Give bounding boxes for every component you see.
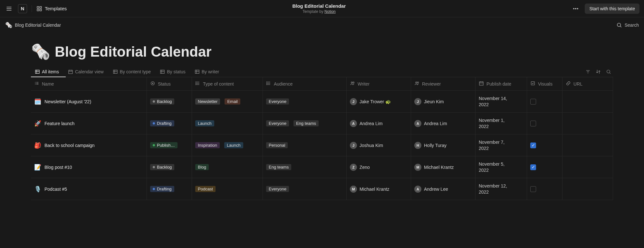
cell-status[interactable]: Publish… [147, 134, 192, 156]
cell-visuals[interactable] [527, 113, 562, 134]
audience-tag[interactable]: Everyone [266, 120, 289, 126]
audience-tag[interactable]: Personal [266, 142, 288, 148]
cell-reviewer[interactable]: AAndrea Lim [411, 113, 476, 134]
page-emoji[interactable]: 🗞️ [31, 42, 50, 61]
cell-url[interactable] [562, 134, 613, 156]
cell-type[interactable]: Blog [192, 156, 263, 178]
hamburger-menu-icon[interactable] [5, 4, 14, 13]
cell-writer[interactable]: AAndrea Lim [347, 113, 411, 134]
type-tag[interactable]: Inspiration [195, 142, 220, 148]
row-title[interactable]: Blog post #10 [44, 165, 72, 170]
cell-audience[interactable]: Everyone [263, 91, 347, 113]
tab-by-content-type[interactable]: By content type [109, 67, 155, 77]
cell-name[interactable]: 📝Blog post #10 [31, 156, 147, 178]
person-chip[interactable]: AAndrew Lee [414, 186, 448, 193]
visuals-checkbox[interactable] [530, 164, 536, 170]
status-badge[interactable]: Backlog [150, 98, 174, 105]
filter-button[interactable] [583, 67, 592, 76]
cell-url[interactable] [562, 156, 613, 178]
column-header-writer[interactable]: Writer [347, 77, 411, 91]
row-title[interactable]: Podcast #5 [44, 187, 67, 192]
person-chip[interactable]: JJoshua Kim [350, 142, 383, 149]
type-tag[interactable]: Email [225, 98, 240, 105]
audience-tag[interactable]: Eng teams [293, 120, 319, 126]
templates-link[interactable]: Templates [36, 6, 67, 12]
type-tag[interactable]: Newsletter [195, 98, 220, 105]
visuals-checkbox[interactable] [530, 186, 536, 192]
cell-visuals[interactable] [527, 178, 562, 200]
cell-url[interactable] [562, 113, 613, 134]
table-search-button[interactable] [604, 67, 613, 76]
status-badge[interactable]: Publish… [150, 142, 178, 148]
row-title[interactable]: Back to school campaign [44, 143, 95, 148]
person-chip[interactable]: HHolly Turay [414, 142, 447, 149]
row-title[interactable]: Feature launch [44, 121, 74, 126]
cell-visuals[interactable] [527, 91, 562, 113]
cell-name[interactable]: 🗓️Newsletter (August '22) [31, 91, 147, 113]
type-tag[interactable]: Blog [195, 164, 209, 170]
cell-name[interactable]: 🎒Back to school campaign [31, 134, 147, 156]
column-header-reviewer[interactable]: Reviewer [411, 77, 476, 91]
column-header-audience[interactable]: Audience [263, 77, 347, 91]
audience-tag[interactable]: Everyone [266, 186, 289, 192]
cell-publish-date[interactable]: November 12,2022 [476, 178, 527, 200]
breadcrumb[interactable]: 🗞️ Blog Editorial Calendar [5, 22, 61, 29]
status-badge[interactable]: Drafting [150, 120, 174, 126]
type-tag[interactable]: Podcast [195, 186, 216, 192]
cell-reviewer[interactable]: AAndrew Lee [411, 178, 476, 200]
page-title[interactable]: Blog Editorial Calendar [55, 44, 212, 60]
type-tag[interactable]: Launch [195, 120, 214, 126]
cell-type[interactable]: Launch [192, 113, 263, 134]
person-chip[interactable]: MMichael Krantz [414, 164, 454, 171]
cell-visuals[interactable] [527, 134, 562, 156]
person-chip[interactable]: ZZeno [350, 164, 370, 171]
cell-audience[interactable]: Eng teams [263, 156, 347, 178]
audience-tag[interactable]: Eng teams [266, 164, 291, 170]
cell-url[interactable] [562, 178, 613, 200]
cell-visuals[interactable] [527, 156, 562, 178]
column-header-type[interactable]: Type of content [192, 77, 263, 91]
cell-writer[interactable]: JJoshua Kim [347, 134, 411, 156]
column-header-url[interactable]: URL [562, 77, 613, 91]
cell-status[interactable]: Backlog [147, 156, 192, 178]
person-chip[interactable]: AAndrea Lim [350, 120, 383, 127]
cell-audience[interactable]: Personal [263, 134, 347, 156]
cell-url[interactable] [562, 91, 613, 113]
status-badge[interactable]: Drafting [150, 186, 174, 192]
visuals-checkbox[interactable] [530, 121, 536, 126]
cell-publish-date[interactable]: November 7,2022 [476, 134, 527, 156]
row-title[interactable]: Newsletter (August '22) [44, 99, 91, 104]
cell-status[interactable]: Drafting [147, 113, 192, 134]
start-template-button[interactable]: Start with this template [585, 4, 639, 14]
cell-publish-date[interactable]: November 1,2022 [476, 113, 527, 134]
person-chip[interactable]: AAndrea Lim [414, 120, 447, 127]
cell-name[interactable]: 🚀Feature launch [31, 113, 147, 134]
more-menu-icon[interactable] [571, 4, 580, 13]
tab-by-status[interactable]: By status [156, 67, 189, 77]
person-chip[interactable]: JJieun Kim [414, 98, 444, 105]
cell-publish-date[interactable]: November 5,2022 [476, 156, 527, 178]
cell-reviewer[interactable]: HHolly Turay [411, 134, 476, 156]
person-chip[interactable]: MMichael Krantz [350, 186, 389, 193]
cell-reviewer[interactable]: JJieun Kim [411, 91, 476, 113]
status-badge[interactable]: Backlog [150, 164, 174, 170]
column-header-visuals[interactable]: Visuals [527, 77, 562, 91]
cell-status[interactable]: Drafting [147, 178, 192, 200]
tab-by-writer[interactable]: By writer [191, 67, 223, 77]
visuals-checkbox[interactable] [530, 142, 536, 148]
tab-calendar-view[interactable]: Calendar view [64, 67, 108, 77]
topbar-byline-author[interactable]: Notion [324, 9, 336, 14]
column-header-publish[interactable]: Publish date [476, 77, 527, 91]
cell-type[interactable]: NewsletterEmail [192, 91, 263, 113]
cell-name[interactable]: 🎙️Podcast #5 [31, 178, 147, 200]
cell-reviewer[interactable]: MMichael Krantz [411, 156, 476, 178]
cell-status[interactable]: Backlog [147, 91, 192, 113]
cell-writer[interactable]: JJake Trower 🐢 [347, 91, 411, 113]
person-chip[interactable]: JJake Trower 🐢 [350, 98, 391, 105]
type-tag[interactable]: Launch [224, 142, 243, 148]
cell-writer[interactable]: ZZeno [347, 156, 411, 178]
visuals-checkbox[interactable] [530, 99, 536, 105]
cell-audience[interactable]: Everyone [263, 178, 347, 200]
search-button[interactable]: Search [616, 22, 639, 28]
audience-tag[interactable]: Everyone [266, 98, 289, 105]
